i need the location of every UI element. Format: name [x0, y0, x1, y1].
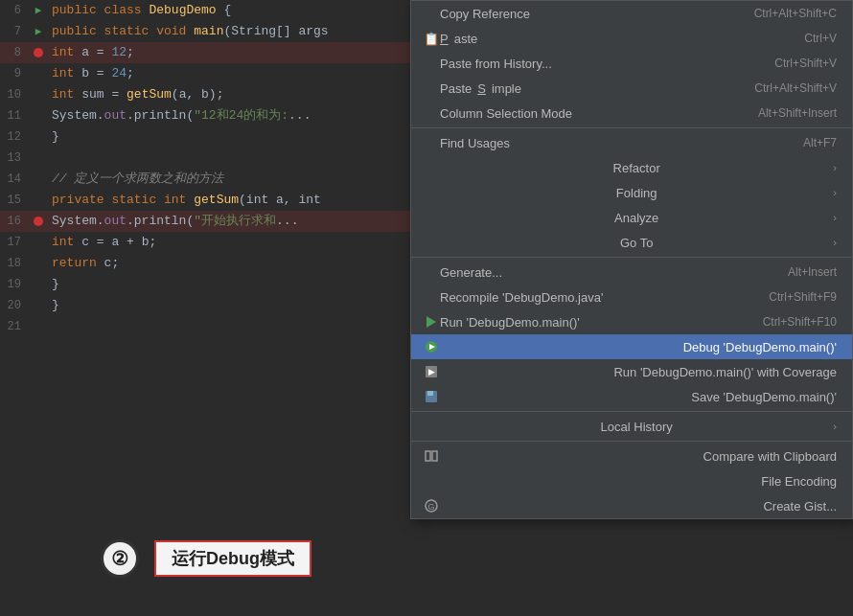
menu-item-paste-simple[interactable]: Paste SimpleCtrl+Alt+Shift+V [411, 76, 852, 101]
token-fn: getSum [194, 193, 239, 207]
menu-empty-icon [423, 234, 440, 251]
token-plain: (int a, int [239, 193, 321, 207]
code-line: 8 int a = 12; [0, 42, 412, 63]
menu-separator [411, 127, 852, 128]
token-plain: ... [276, 214, 298, 228]
breakpoint-icon[interactable] [34, 48, 43, 57]
menu-item-column-selection[interactable]: Column Selection ModeAlt+Shift+Insert [411, 101, 852, 125]
menu-item-generate[interactable]: Generate...Alt+Insert [411, 260, 852, 285]
token-kw: int [52, 66, 81, 80]
token-fn: main [194, 24, 223, 38]
menu-item-analyze[interactable]: Analyze› [411, 205, 852, 230]
code-line: 14 // 定义一个求两数之和的方法 [0, 169, 412, 190]
code-line: 6▶public class DebugDemo { [0, 0, 412, 21]
token-sys: out [104, 214, 127, 228]
token-str: "12和24的和为: [194, 108, 288, 123]
token-plain: { [223, 3, 231, 17]
menu-item-label: Save 'DebugDemo.main()' [691, 390, 837, 404]
code-line: 10 int sum = getSum(a, b); [0, 84, 412, 105]
submenu-arrow-icon: › [833, 237, 837, 248]
token-plain: sum = [81, 87, 127, 102]
token-str: "开始执行求和 [194, 214, 276, 228]
menu-item-create-gist[interactable]: GCreate Gist... [411, 493, 852, 518]
token-plain: c = a + b; [81, 235, 156, 249]
token-cmt: // 定义一个求两数之和的方法 [52, 171, 223, 186]
token-plain: .println( [127, 108, 194, 123]
menu-item-refactor[interactable]: Refactor› [411, 155, 852, 180]
token-kw: public [52, 3, 104, 17]
menu-item-run-coverage[interactable]: ▶Run 'DebugDemo.main()' with Coverage [411, 359, 852, 384]
menu-item-debug-main[interactable]: Debug 'DebugDemo.main()' [411, 334, 852, 359]
menu-item-label: Generate... [440, 265, 502, 280]
menu-empty-icon [423, 288, 440, 306]
menu-item-local-history[interactable]: Local History› [411, 414, 852, 439]
menu-item-recompile[interactable]: Recompile 'DebugDemo.java'Ctrl+Shift+F9 [411, 285, 852, 309]
menu-item-save-main[interactable]: Save 'DebugDemo.main()' [411, 384, 852, 409]
menu-item-shortcut: Alt+Insert [788, 265, 837, 279]
menu-item-find-usages[interactable]: Find UsagesAlt+F7 [411, 130, 852, 155]
line-content: public static void main(String[] args [48, 21, 412, 42]
token-plain: } [52, 129, 59, 144]
menu-empty-icon [423, 104, 440, 122]
menu-item-label: Run 'DebugDemo.main()' [440, 315, 580, 330]
token-plain: (String[] args [223, 24, 328, 38]
token-plain: ; [127, 45, 134, 59]
submenu-arrow-icon: › [833, 187, 837, 198]
menu-item-file-encoding[interactable]: File Encoding [411, 468, 852, 493]
token-kw: class [104, 3, 150, 17]
save-icon [423, 388, 440, 405]
menu-empty-icon [423, 184, 440, 201]
compare-icon [423, 447, 440, 465]
line-number: 21 [0, 316, 29, 337]
menu-item-shortcut: Ctrl+Alt+Shift+V [754, 81, 837, 95]
line-number: 9 [0, 63, 29, 84]
token-plain: b = [81, 66, 111, 80]
debug-arrow-icon: ▶ [35, 21, 42, 42]
menu-item-copy-reference[interactable]: Copy ReferenceCtrl+Alt+Shift+C [411, 1, 852, 26]
gutter [29, 48, 48, 57]
menu-empty-icon [423, 472, 440, 490]
coverage-icon: ▶ [423, 363, 440, 380]
token-fn: getSum [127, 87, 172, 102]
line-content: private static int getSum(int a, int [48, 190, 412, 211]
context-menu: Copy ReferenceCtrl+Alt+Shift+C📋PasteCtrl… [410, 0, 853, 519]
menu-item-label: File Encoding [761, 474, 837, 489]
menu-item-label: Paste [440, 32, 477, 46]
menu-item-label: Debug 'DebugDemo.main()' [683, 340, 837, 354]
menu-item-label: Folding [616, 186, 657, 200]
code-line: 18 return c; [0, 253, 412, 274]
line-content: } [48, 274, 412, 295]
menu-item-label: Run 'DebugDemo.main()' with Coverage [613, 365, 837, 379]
code-line: 16 System.out.println("开始执行求和... [0, 211, 412, 232]
token-num: 24 [111, 66, 127, 80]
svg-rect-5 [427, 391, 433, 396]
menu-item-go-to[interactable]: Go To› [411, 230, 852, 255]
token-num: 12 [111, 45, 127, 59]
breakpoint-icon[interactable] [34, 217, 43, 226]
gutter: ▶ [29, 21, 48, 42]
menu-empty-icon [423, 80, 440, 97]
menu-item-paste-history[interactable]: Paste from History...Ctrl+Shift+V [411, 51, 852, 76]
menu-empty-icon [423, 209, 440, 226]
menu-item-folding[interactable]: Folding› [411, 180, 852, 205]
line-content: return c; [48, 253, 412, 274]
menu-item-shortcut: Ctrl+V [804, 32, 837, 45]
menu-item-paste[interactable]: 📋PasteCtrl+V [411, 26, 852, 51]
menu-separator [411, 257, 852, 258]
line-number: 12 [0, 126, 29, 148]
menu-item-label: Paste Simple [440, 81, 521, 96]
token-kw: return [52, 256, 104, 270]
line-number: 20 [0, 295, 29, 316]
debug-icon [423, 338, 440, 355]
menu-item-compare-clipboard[interactable]: Compare with Clipboard [411, 444, 852, 468]
token-plain: ... [288, 108, 311, 123]
token-kw: public static void [52, 24, 194, 38]
token-plain: .println( [127, 214, 194, 228]
line-content: int b = 24; [48, 63, 412, 84]
code-line: 17 int c = a + b; [0, 232, 412, 253]
menu-item-shortcut: Alt+Shift+Insert [758, 106, 837, 120]
submenu-arrow-icon: › [833, 421, 837, 432]
menu-empty-icon [423, 159, 440, 176]
menu-item-run-main[interactable]: Run 'DebugDemo.main()'Ctrl+Shift+F10 [411, 309, 852, 334]
svg-text:G: G [427, 502, 434, 512]
